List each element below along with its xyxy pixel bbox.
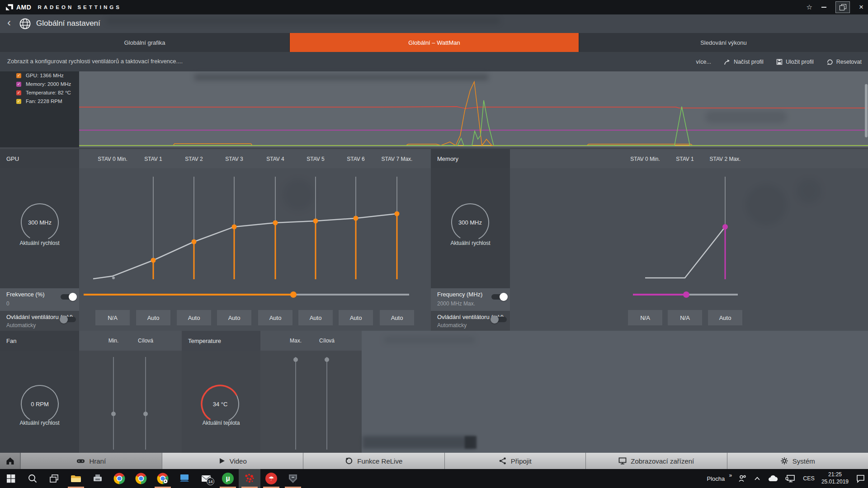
svg-text:300 MHz: 300 MHz — [28, 219, 52, 226]
tab-video[interactable]: Video — [162, 453, 303, 469]
gpu-state-2-label: STAV 2 — [171, 156, 217, 162]
people-icon[interactable] — [738, 474, 747, 483]
onedrive-cloud-icon[interactable] — [768, 474, 778, 483]
clock-date: 25.01.2019 — [821, 479, 849, 486]
gpu-state-3-button[interactable]: Auto — [217, 310, 251, 325]
toolbar-actions: více... Načíst profil Uložit profil — [696, 52, 862, 71]
home-button[interactable] — [0, 453, 20, 469]
gpu-state-4-label: STAV 4 — [253, 156, 298, 162]
nav-bar: ‹ Globální nastavení — [0, 14, 868, 33]
chrome-profile-3-button[interactable] — [152, 469, 174, 488]
minimize-button[interactable] — [821, 7, 826, 8]
gpu-state-0-button[interactable]: N/A — [95, 310, 130, 325]
memory-gauge-label: Aktuální rychlost — [431, 240, 510, 246]
world-of-tanks-button[interactable] — [282, 469, 304, 488]
file-explorer-button[interactable] — [65, 469, 87, 488]
scanner-app-button[interactable] — [87, 469, 108, 488]
save-profile-button[interactable]: Uložit profil — [776, 59, 814, 65]
svg-text:34 °C: 34 °C — [213, 401, 228, 408]
pc-app-button[interactable] — [174, 469, 195, 488]
memory-fan-control-value: Automaticky — [437, 322, 467, 328]
svg-text:300 MHz: 300 MHz — [458, 219, 482, 226]
toolbar-description: Zobrazit a konfigurovat rychlosti ventil… — [7, 58, 183, 65]
chrome-profile-2-button[interactable] — [130, 469, 152, 488]
tab-connect[interactable]: Připojit — [444, 453, 586, 469]
memory-frequency-toggle[interactable] — [491, 294, 507, 300]
radeon-settings-window: AMD RADEON SETTINGS ☆ × ‹ Globální nasta… — [0, 0, 868, 488]
blur-artifact — [363, 436, 475, 449]
folder-icon — [70, 473, 82, 484]
gear-wrench-icon — [780, 457, 788, 465]
tab-performance-monitoring[interactable]: Sledování výkonu — [579, 33, 868, 52]
temperature-checkbox-icon[interactable]: ✓ — [16, 90, 21, 95]
gpu-frequency-toggle[interactable] — [61, 294, 76, 300]
amd-logo-text: AMD — [16, 4, 31, 11]
chrome-profile-1-button[interactable] — [108, 469, 130, 488]
task-view-button[interactable] — [43, 469, 65, 488]
gpu-state-5-button[interactable]: Auto — [298, 310, 333, 325]
scrollbar-thumb[interactable] — [865, 84, 868, 137]
desktop-toolbar[interactable]: Plocha » — [707, 475, 731, 482]
language-indicator[interactable]: CES — [803, 475, 815, 482]
search-icon — [28, 474, 38, 483]
gpu-state-1-label: STAV 1 — [131, 156, 176, 162]
avira-button[interactable]: ☂ — [260, 469, 282, 488]
tab-global-graphics[interactable]: Globální grafika — [0, 33, 289, 52]
gpu-state-3-label: STAV 3 — [212, 156, 257, 162]
memory-section-header: Memory — [431, 149, 510, 168]
temperature-gauge-label: Aktuální teplota — [182, 420, 260, 426]
back-chevron-icon[interactable]: ‹ — [7, 16, 11, 29]
gpu-state-6-button[interactable]: Auto — [339, 310, 373, 325]
clock[interactable]: 21:25 25.01.2019 — [821, 471, 849, 485]
memory-state-1-label: STAV 1 — [662, 156, 708, 162]
blur-artifact — [705, 111, 787, 123]
page-title: Globální nastavení — [36, 19, 100, 28]
close-button[interactable]: × — [859, 3, 863, 12]
start-button[interactable] — [0, 469, 22, 488]
mail-unread-badge: 14 — [207, 478, 214, 485]
mail-app-button[interactable]: 14 — [195, 469, 217, 488]
gpu-checkbox-icon[interactable]: ✓ — [16, 73, 21, 78]
tab-display[interactable]: Zobrazovací zařízení — [585, 453, 727, 469]
legend-item-fan[interactable]: ✓ Fan: 2228 RPM — [16, 98, 62, 105]
memory-state-0-button[interactable]: N/A — [628, 310, 662, 325]
network-display-icon[interactable] — [785, 474, 796, 483]
wattman-toolbar: Zobrazit a konfigurovat rychlosti ventil… — [0, 52, 868, 71]
tab-system[interactable]: Systém — [727, 453, 868, 469]
utorrent-icon: µ — [222, 473, 234, 484]
gpu-section-header: GPU — [0, 149, 79, 168]
memory-fan-control-toggle[interactable] — [491, 317, 507, 322]
chevron-up-icon[interactable] — [754, 475, 761, 482]
connect-icon — [499, 457, 507, 465]
memory-state-1-button[interactable]: N/A — [668, 310, 702, 325]
restore-button[interactable] — [835, 1, 850, 13]
gpu-state-4-button[interactable]: Auto — [258, 310, 292, 325]
gpu-state-2-button[interactable]: Auto — [177, 310, 211, 325]
tab-global-wattman[interactable]: Globální – WattMan — [290, 33, 579, 52]
app-title: RADEON SETTINGS — [38, 5, 122, 10]
memory-slider-panel — [510, 168, 868, 331]
favorite-star-icon[interactable]: ☆ — [807, 3, 812, 11]
utorrent-button[interactable]: µ — [217, 469, 239, 488]
radeon-settings-taskbar-button[interactable] — [239, 469, 260, 488]
windows-logo-icon — [6, 474, 16, 483]
action-center-icon[interactable] — [855, 474, 865, 483]
legend-item-memory[interactable]: ✓ Memory: 2000 MHz — [16, 80, 71, 88]
legend-item-gpu[interactable]: ✓ GPU: 1366 MHz — [16, 72, 64, 79]
search-button[interactable] — [22, 469, 43, 488]
reset-button[interactable]: Resetovat — [826, 59, 862, 65]
tab-relive[interactable]: Funkce ReLive — [303, 453, 444, 469]
tab-gaming[interactable]: Hraní — [20, 453, 162, 469]
gpu-state-7-button[interactable]: Auto — [380, 310, 414, 325]
memory-checkbox-icon[interactable]: ✓ — [16, 82, 21, 87]
temp-target-label: Cílová — [304, 338, 349, 344]
monitoring-chart — [0, 71, 868, 147]
load-profile-button[interactable]: Načíst profil — [724, 59, 764, 65]
memory-state-2-button[interactable]: Auto — [708, 310, 742, 325]
memory-state-2-label: STAV 2 Max. — [703, 156, 748, 162]
legend-item-temperature[interactable]: ✓ Temperature: 82 °C — [16, 89, 71, 96]
fan-checkbox-icon[interactable]: ✓ — [16, 99, 21, 104]
more-button[interactable]: více... — [696, 59, 711, 65]
gpu-fan-control-toggle[interactable] — [61, 317, 76, 322]
gpu-state-1-button[interactable]: Auto — [136, 310, 170, 325]
